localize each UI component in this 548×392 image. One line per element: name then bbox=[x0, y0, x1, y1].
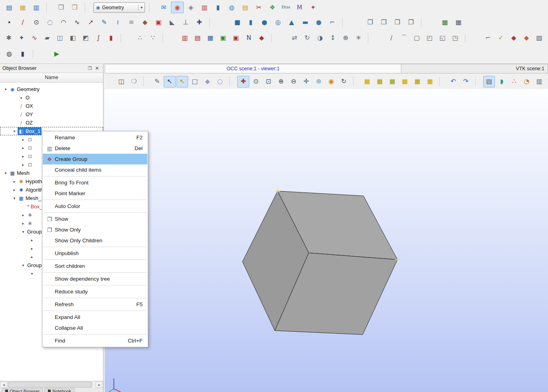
build-face-button[interactable]: ▰ bbox=[41, 32, 53, 44]
select-cursor-button[interactable]: ↖ bbox=[164, 76, 175, 87]
image-import-button[interactable]: ▦ bbox=[439, 17, 451, 28]
build-edge-button[interactable]: ✦ bbox=[16, 32, 28, 44]
menu-item-show[interactable]: ❐Show bbox=[43, 214, 147, 224]
disk-button[interactable]: ● bbox=[312, 17, 325, 28]
chevron-down-icon[interactable]: ▾ bbox=[20, 230, 26, 234]
cut-button[interactable]: ❐ bbox=[391, 17, 404, 28]
scrollbar-track[interactable] bbox=[8, 381, 95, 388]
menu-item-collapse-all[interactable]: Collapse All bbox=[43, 323, 147, 333]
menu-item-unpublish[interactable]: Unpublish bbox=[43, 248, 147, 259]
image-button[interactable]: ▦ bbox=[452, 17, 465, 28]
tools-button[interactable]: ✦ bbox=[307, 2, 320, 13]
3d-sketch-button[interactable]: ≀ bbox=[111, 17, 124, 28]
clipped-tool-button[interactable]: ▨ bbox=[533, 32, 545, 44]
presentation-box-button[interactable]: ▧ bbox=[483, 76, 495, 87]
menu-item-refresh[interactable]: RefreshF5 bbox=[43, 299, 147, 310]
reset-view-button[interactable]: ↶ bbox=[447, 76, 459, 87]
sketch-button[interactable]: ✎ bbox=[98, 17, 111, 28]
right-view-button[interactable]: ■ bbox=[424, 76, 436, 87]
menu-item-rename[interactable]: RenameF2 bbox=[43, 132, 147, 143]
save-button[interactable]: ▥ bbox=[30, 2, 43, 13]
fit-all-button[interactable]: ⊙ bbox=[250, 76, 262, 87]
mirror-button[interactable]: ◑ bbox=[314, 32, 326, 44]
eraser-button[interactable]: ◆ bbox=[139, 17, 151, 28]
pipe-tshape-button[interactable]: ⌐ bbox=[326, 17, 339, 28]
geometry-module-button[interactable]: ◉ bbox=[171, 2, 184, 13]
multi-transform-button[interactable]: ✳ bbox=[352, 32, 364, 44]
zoom-in-button[interactable]: ⊕ bbox=[275, 76, 287, 87]
axes-button[interactable]: ✚ bbox=[193, 17, 206, 28]
chevron-right-icon[interactable]: ▸ bbox=[20, 154, 26, 158]
copy-button[interactable]: ❐ bbox=[55, 2, 68, 13]
menu-item-point-marker[interactable]: Point Marker bbox=[43, 188, 147, 199]
bottom-tab-notebook[interactable]: Notebook bbox=[44, 388, 75, 392]
curve-button[interactable]: ∿ bbox=[71, 17, 83, 28]
chevron-down-icon[interactable]: ▾ bbox=[11, 129, 18, 133]
red-cylinder-button[interactable]: ▮ bbox=[105, 32, 117, 44]
global-pan-button[interactable]: ⊕ bbox=[313, 76, 324, 87]
chevron-right-icon[interactable]: ▸ bbox=[20, 137, 26, 142]
highlight-cursor-button[interactable]: ↖ bbox=[177, 76, 188, 87]
circle-button[interactable]: ⊙ bbox=[30, 17, 43, 28]
shape-processing-button[interactable]: ◱ bbox=[437, 32, 449, 44]
scrollbar-thumb[interactable] bbox=[8, 382, 92, 388]
face-button[interactable]: ▣ bbox=[152, 17, 165, 28]
tree-item-oy[interactable]: ∕OY bbox=[0, 110, 103, 119]
scissors-button[interactable]: ✂ bbox=[252, 2, 265, 13]
run-arrow-button[interactable]: ▶ bbox=[50, 48, 63, 60]
chart-button[interactable]: ▮ bbox=[212, 2, 224, 13]
build-solid-button[interactable]: ◧ bbox=[67, 32, 79, 44]
filling-button[interactable]: ▦ bbox=[205, 32, 216, 44]
tree-item-geometry[interactable]: ▾◉Geometry bbox=[0, 85, 103, 93]
local-cs-button[interactable]: ⊥ bbox=[179, 17, 192, 28]
pan-button[interactable]: ✛ bbox=[300, 76, 312, 87]
menu-item-find[interactable]: FindCtrl+F bbox=[43, 335, 147, 346]
rotation-point-button[interactable]: ◉ bbox=[326, 76, 337, 87]
bottom-tab-object-browser[interactable]: Object Browser bbox=[2, 388, 43, 392]
open-folder-button[interactable]: ▦ bbox=[16, 2, 29, 13]
module-selector[interactable]: ◉Geometry▾ bbox=[93, 2, 145, 13]
chevron-down-icon[interactable]: ▾ bbox=[2, 171, 9, 175]
chevron-down-icon[interactable]: ▾ bbox=[11, 196, 18, 200]
wireframe-button[interactable]: ◍ bbox=[3, 48, 16, 60]
clipped-edge-button[interactable]: ▥ bbox=[534, 76, 545, 87]
detect-interference-button[interactable]: ∵ bbox=[147, 32, 159, 44]
cone-button[interactable]: ▲ bbox=[285, 17, 298, 28]
tree-column-header-name[interactable]: Name bbox=[0, 73, 103, 83]
zoom-out-button[interactable]: ⊖ bbox=[288, 76, 299, 87]
scroll-left-icon[interactable] bbox=[0, 381, 8, 388]
earth-button[interactable]: ◍ bbox=[225, 2, 238, 13]
suppress-faces-button[interactable]: ◳ bbox=[449, 32, 461, 44]
left-view-button[interactable]: ■ bbox=[411, 76, 423, 87]
chevron-right-icon[interactable]: ▸ bbox=[20, 146, 26, 150]
build-wire-button[interactable]: ∿ bbox=[28, 32, 40, 44]
translate-button[interactable]: ⇄ bbox=[288, 32, 300, 44]
section-button[interactable]: ❐ bbox=[405, 17, 417, 28]
clock-rotate-button[interactable]: ◔ bbox=[521, 76, 532, 87]
chevron-right-icon[interactable]: ▸ bbox=[11, 188, 18, 192]
menu-item-show-only-children[interactable]: Show Only Children bbox=[43, 235, 147, 246]
dump-view-button[interactable]: ◫ bbox=[115, 76, 127, 87]
extrusion-button[interactable]: ▥ bbox=[179, 32, 191, 44]
menu-item-bring-to-front[interactable]: Bring To Front bbox=[43, 177, 147, 188]
chevron-down-icon[interactable]: ▾ bbox=[138, 4, 144, 11]
isolines-button[interactable]: ≋ bbox=[125, 17, 138, 28]
fuse-button[interactable]: ❐ bbox=[364, 17, 377, 28]
arc-button[interactable]: ◠ bbox=[57, 17, 70, 28]
rect-select-button[interactable]: □ bbox=[189, 76, 201, 87]
chevron-right-icon[interactable]: ▸ bbox=[29, 255, 35, 259]
occ-viewer-caption[interactable]: OCC scene:1 - viewer:1 bbox=[105, 64, 401, 73]
fillet-1d-button[interactable]: ∕ bbox=[385, 32, 397, 44]
menu-item-expand-all[interactable]: Expand All bbox=[43, 312, 147, 323]
circle-select-button[interactable]: ○ bbox=[214, 76, 226, 87]
chevron-right-icon[interactable]: ▸ bbox=[20, 213, 26, 217]
menu-item-sort-children[interactable]: Sort children bbox=[43, 261, 147, 271]
vector-button[interactable]: ↗ bbox=[84, 17, 97, 28]
check-shape-button[interactable]: ✓ bbox=[495, 32, 507, 44]
eficas-button[interactable]: Efcas bbox=[280, 2, 292, 13]
build-shell-button[interactable]: ◫ bbox=[54, 32, 66, 44]
red-tag-button[interactable]: ◆ bbox=[508, 32, 520, 44]
vtk-viewer-caption[interactable]: VTK scene:1 bbox=[401, 64, 548, 73]
torus-button[interactable]: ◎ bbox=[272, 17, 284, 28]
front-view-button[interactable]: ■ bbox=[361, 76, 373, 87]
